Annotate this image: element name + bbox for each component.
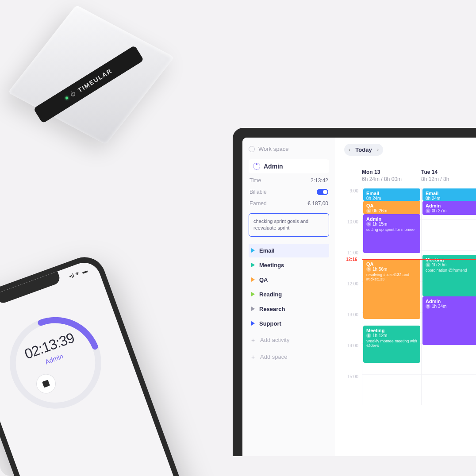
calendar-column-mon[interactable]: Email 0h 24mQA$ 0h 26mAdmin$ 1h 15msetti…: [362, 188, 421, 405]
activity-item-research[interactable]: Research: [249, 302, 329, 316]
stat-time-value: 2:13:42: [311, 177, 328, 184]
note-input[interactable]: checking sprint goals and reevaluate spr…: [249, 213, 329, 237]
day-header-tue: Tue 14 8h 12m / 8h: [421, 169, 476, 182]
add-activity-button[interactable]: + Add activity: [249, 333, 329, 347]
gear-icon: [249, 146, 255, 152]
activity-label: Research: [259, 306, 285, 312]
active-activity[interactable]: Admin: [249, 159, 329, 173]
next-day-button[interactable]: ›: [377, 147, 379, 152]
hour-label: 10:00: [340, 219, 362, 250]
calendar-column-tue[interactable]: Email 0h 24mAdmin$ 0h 27mMeeting$ 1h 20m…: [421, 188, 476, 405]
app-sidebar: Work space Admin Time 2:13:42 Billable E…: [242, 138, 335, 456]
calendar-event[interactable]: Email 0h 24m: [363, 188, 420, 201]
play-icon: [251, 321, 255, 326]
hour-label: 13:00: [340, 312, 362, 343]
calendar-event[interactable]: Admin$ 0h 27m: [422, 201, 476, 215]
activity-item-email[interactable]: Email: [249, 244, 329, 257]
workspace-header[interactable]: Work space: [249, 144, 329, 157]
activity-label: QA: [259, 276, 268, 283]
stat-time-label: Time: [250, 177, 261, 184]
add-space-button[interactable]: + Add space: [249, 350, 329, 364]
add-activity-label: Add activity: [260, 337, 289, 343]
power-led-icon: [65, 96, 69, 100]
hour-label: 14:00: [340, 343, 362, 374]
play-icon: [251, 277, 255, 282]
today-label[interactable]: Today: [355, 146, 372, 153]
calendar-event[interactable]: QA$ 0h 26m: [363, 201, 420, 214]
hour-label: 12:00: [340, 281, 362, 312]
activity-label: Meetings: [259, 262, 284, 269]
billable-icon: $: [426, 208, 430, 213]
activity-label: Support: [259, 320, 281, 327]
activity-item-qa[interactable]: QA: [249, 273, 329, 287]
plus-icon: +: [251, 337, 256, 344]
stat-earned-label: Earned: [250, 200, 267, 207]
stat-earned-value: € 187,00: [307, 200, 328, 207]
activity-item-meetings[interactable]: Meetings: [249, 258, 329, 272]
tracking-icon: [253, 163, 260, 170]
hour-label: 11:00: [340, 250, 362, 281]
calendar-event[interactable]: Email 0h 24m: [422, 188, 476, 201]
stat-billable-label: Billable: [250, 189, 267, 195]
calendar-event[interactable]: Meeting$ 1h 20mcoordination @frontend: [422, 255, 476, 296]
stop-icon: [42, 380, 50, 388]
hour-label: 9:00: [340, 188, 362, 219]
billable-icon: $: [366, 222, 371, 226]
play-icon: [251, 307, 255, 311]
play-icon: [251, 292, 255, 296]
power-icon: ⏻: [69, 90, 77, 98]
add-space-label: Add space: [260, 353, 287, 360]
now-time-label: 12:16: [344, 257, 359, 262]
day-header-mon: Mon 13 6h 24m / 8h 00m: [362, 169, 421, 182]
phone-mockup: 15:37 ◢ •ıl ᯤ ▬ 02:13:39 Admin: [0, 238, 216, 476]
calendar-event[interactable]: Meeting$ 1h 12mWeekly momee meeting with…: [363, 326, 420, 363]
billable-icon: $: [366, 208, 371, 213]
calendar-main: ‹ Today › Mon 13 6h 24m / 8h 00m Tue 14 …: [335, 138, 476, 456]
prev-day-button[interactable]: ‹: [349, 147, 350, 152]
workspace-label: Work space: [258, 146, 288, 152]
laptop-mockup: Work space Admin Time 2:13:42 Billable E…: [233, 128, 476, 456]
activity-item-support[interactable]: Support: [249, 317, 329, 330]
timer-ring: 02:13:39 Admin: [0, 298, 121, 428]
today-chip: ‹ Today ›: [344, 144, 383, 156]
hour-label: 15:00: [340, 374, 362, 405]
play-icon: [251, 248, 255, 253]
activity-label: Email: [259, 247, 275, 254]
calendar-event[interactable]: Admin$ 1h 15msetting up sprint for momee: [363, 214, 420, 253]
billable-icon: $: [426, 304, 430, 309]
calendar-event[interactable]: Admin$ 1h 34m: [422, 296, 476, 345]
billable-icon: $: [426, 262, 430, 267]
activity-item-reading[interactable]: Reading: [249, 288, 329, 301]
now-marker: [362, 259, 476, 260]
active-activity-name: Admin: [264, 163, 283, 170]
tracker-device: ⏻ TIMEULAR: [8, 0, 196, 187]
billable-toggle[interactable]: [317, 189, 328, 195]
billable-icon: $: [366, 267, 371, 272]
activity-label: Reading: [259, 291, 282, 298]
play-icon: [251, 263, 255, 267]
calendar-event[interactable]: QA$ 1h 56mresolving #ticket132 and #tick…: [363, 259, 420, 319]
billable-icon: $: [366, 333, 371, 338]
plus-icon: +: [251, 353, 256, 361]
